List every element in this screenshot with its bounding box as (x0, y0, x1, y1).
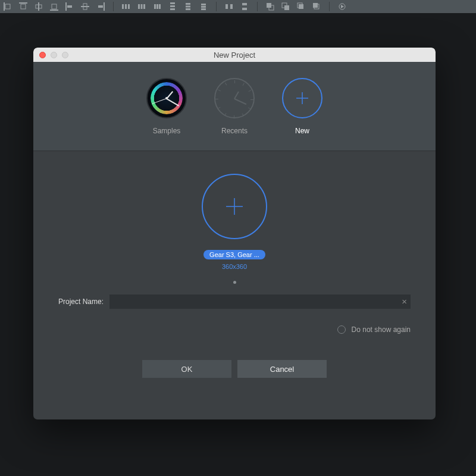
align-top-icon[interactable] (19, 2, 27, 11)
align-left-icon[interactable] (65, 2, 74, 11)
svg-rect-26 (186, 3, 190, 5)
samples-watchface-icon (146, 78, 187, 118)
svg-rect-39 (284, 5, 289, 10)
svg-rect-16 (128, 4, 130, 9)
svg-rect-15 (125, 4, 127, 9)
svg-rect-14 (122, 4, 124, 9)
new-project-dialog: New Project Samples (33, 48, 436, 419)
svg-rect-34 (242, 3, 247, 5)
recents-clock-icon (214, 78, 255, 118)
do-not-show-label: Do not show again (352, 325, 411, 334)
align-vcenter-icon[interactable] (35, 2, 43, 11)
bring-front-icon[interactable] (266, 2, 274, 11)
toolbar-separator (113, 2, 114, 11)
send-backward-icon[interactable] (312, 2, 321, 11)
project-name-row: Project Name: × (33, 295, 436, 309)
svg-rect-3 (21, 4, 26, 9)
svg-rect-29 (201, 4, 206, 5)
svg-rect-24 (170, 5, 175, 7)
align-right-icon[interactable] (96, 2, 105, 11)
zoom-window-icon (62, 52, 68, 58)
svg-rect-40 (299, 4, 303, 9)
svg-rect-30 (201, 6, 206, 8)
distribute-top-icon[interactable] (168, 2, 177, 11)
svg-rect-18 (141, 4, 143, 9)
tab-samples[interactable]: Samples (146, 78, 187, 135)
spacing-v-icon[interactable] (240, 2, 249, 11)
svg-rect-25 (170, 8, 175, 10)
align-left-edge-icon[interactable] (4, 2, 12, 11)
svg-rect-4 (38, 2, 39, 11)
toolbar-separator (257, 2, 258, 11)
svg-rect-22 (159, 4, 161, 9)
do-not-show-row[interactable]: Do not show again (337, 325, 436, 334)
radio-icon[interactable] (337, 325, 346, 334)
svg-rect-33 (230, 4, 233, 9)
cancel-button[interactable]: Cancel (237, 360, 327, 378)
tab-label: Recents (221, 127, 248, 135)
tab-label: New (295, 127, 309, 135)
add-device-button[interactable] (202, 174, 267, 239)
spacing-h-icon[interactable] (225, 2, 233, 11)
toolbar-separator (216, 2, 217, 11)
distribute-hcenter-icon[interactable] (137, 2, 146, 11)
clear-input-icon[interactable]: × (402, 296, 407, 307)
svg-rect-2 (19, 2, 27, 4)
svg-rect-28 (186, 8, 190, 10)
align-hcenter-icon[interactable] (81, 2, 89, 11)
svg-rect-1 (5, 4, 10, 9)
distribute-bottom-icon[interactable] (199, 2, 208, 11)
project-name-input-wrap: × (109, 295, 411, 309)
tab-recents[interactable]: Recents (214, 78, 255, 135)
alignment-toolbar (0, 0, 476, 13)
project-name-label: Project Name: (58, 298, 104, 306)
new-plus-icon (282, 78, 322, 118)
dialog-title: New Project (33, 51, 436, 60)
svg-rect-0 (4, 2, 5, 11)
svg-rect-6 (50, 10, 58, 11)
minimize-window-icon (51, 52, 57, 58)
svg-rect-31 (201, 8, 206, 10)
distribute-right-icon[interactable] (153, 2, 161, 11)
dialog-buttons: OK Cancel (142, 360, 327, 378)
svg-rect-7 (52, 4, 57, 9)
dialog-titlebar: New Project (33, 48, 436, 62)
ok-button[interactable]: OK (142, 360, 231, 378)
align-bottom-icon[interactable] (50, 2, 58, 11)
svg-rect-27 (186, 6, 190, 8)
bring-forward-icon[interactable] (297, 2, 305, 11)
project-name-input[interactable] (109, 295, 411, 309)
svg-rect-35 (242, 8, 247, 10)
dialog-content: Gear S3, Gear ... 360x360 Project Name: … (33, 151, 436, 419)
window-controls (33, 52, 68, 58)
device-resolution: 360x360 (222, 263, 247, 270)
svg-rect-10 (81, 6, 89, 7)
send-back-icon[interactable] (281, 2, 290, 11)
svg-rect-23 (170, 2, 175, 4)
svg-rect-42 (313, 3, 318, 8)
svg-rect-8 (65, 2, 67, 11)
svg-rect-17 (138, 4, 140, 9)
svg-rect-19 (143, 4, 145, 9)
svg-rect-12 (104, 2, 105, 11)
svg-rect-20 (154, 4, 156, 9)
svg-rect-13 (98, 5, 103, 8)
svg-rect-9 (67, 5, 72, 8)
project-type-tabs: Samples (33, 62, 436, 151)
distribute-left-icon[interactable] (122, 2, 130, 11)
run-icon[interactable] (338, 2, 346, 11)
close-window-icon[interactable] (39, 52, 46, 58)
tab-new[interactable]: New (282, 78, 322, 135)
distribute-vcenter-icon[interactable] (184, 2, 192, 11)
tab-label: Samples (153, 127, 181, 135)
toolbar-separator (329, 2, 330, 11)
page-indicator (233, 281, 236, 284)
device-select[interactable]: Gear S3, Gear ... (203, 250, 265, 259)
svg-rect-32 (226, 4, 228, 9)
svg-rect-21 (156, 4, 158, 9)
